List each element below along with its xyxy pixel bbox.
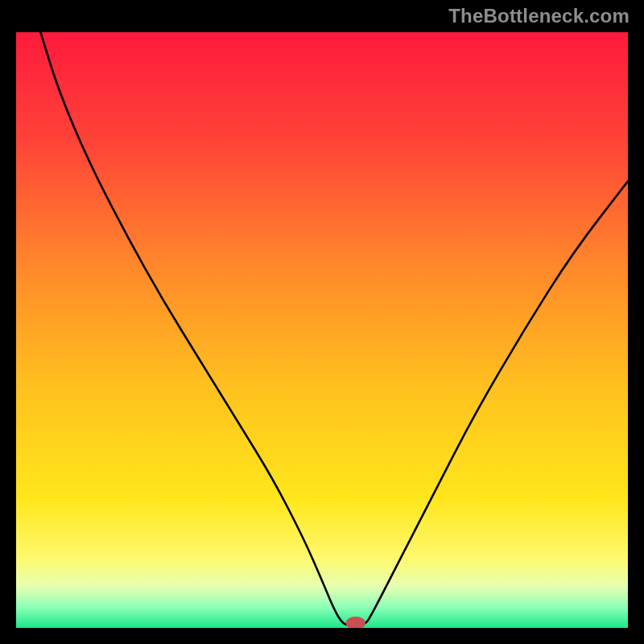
plot-area (16, 32, 628, 628)
gradient-background (16, 32, 628, 628)
chart-svg (16, 32, 628, 628)
chart-frame: TheBottleneck.com (0, 0, 644, 644)
watermark-text: TheBottleneck.com (448, 5, 630, 27)
